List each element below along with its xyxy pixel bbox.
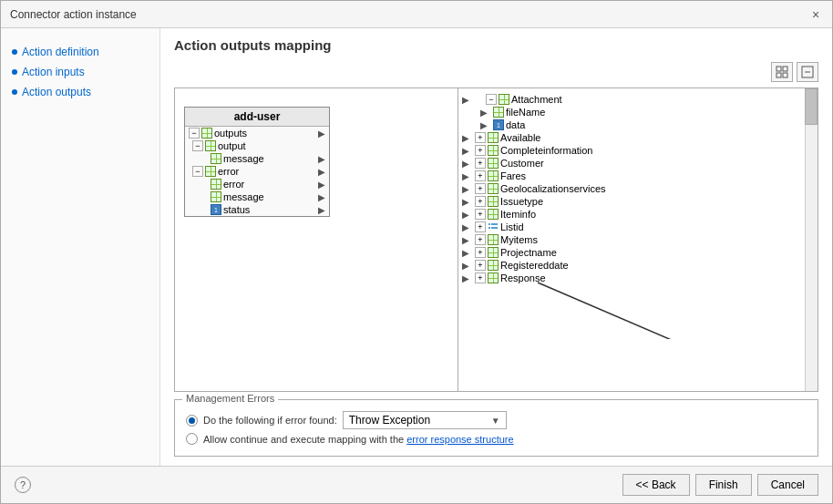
expand-icon[interactable]: + <box>475 158 486 169</box>
dialog-title: Connector action instance <box>10 8 137 21</box>
expand-icon[interactable]: + <box>475 273 486 283</box>
scrollbar-track[interactable] <box>805 88 818 391</box>
footer-left: ? <box>15 477 31 493</box>
arrow-icon: ▶ <box>318 205 325 215</box>
right-arrow-icon: ▶ <box>462 159 471 169</box>
expand-icon[interactable]: + <box>475 170 486 181</box>
expand-icon[interactable]: + <box>475 209 486 220</box>
title-bar: Connector action instance × <box>1 1 832 28</box>
arrow-icon: ▶ <box>318 154 325 164</box>
tree-item: − error ▶ <box>185 165 329 178</box>
expand-all-button[interactable] <box>771 62 793 82</box>
grid-icon <box>488 260 499 271</box>
management-errors-legend: Management Errors <box>182 393 278 404</box>
item-label: fileName <box>506 107 545 118</box>
item-label: status <box>223 204 250 215</box>
item-label: output <box>218 140 246 151</box>
dropdown-row: Do the following if error found: Throw E… <box>203 411 507 429</box>
dropdown-arrow-icon: ▼ <box>491 416 500 426</box>
toolbar <box>174 62 818 82</box>
back-button[interactable]: << Back <box>622 474 690 496</box>
right-tree-item: ▶ + Available <box>458 131 818 144</box>
item-label: data <box>506 119 525 130</box>
right-arrow-icon: ▶ <box>462 261 471 271</box>
item-label: Projectname <box>500 247 557 258</box>
right-arrow-icon: ▶ <box>480 108 489 118</box>
node-title: add-user <box>185 108 329 127</box>
dropdown-value: Throw Exception <box>349 414 430 427</box>
svg-rect-2 <box>776 73 781 77</box>
right-arrow-icon: ▶ <box>462 146 471 156</box>
footer-buttons: << Back Finish Cancel <box>622 474 818 496</box>
expand-icon[interactable]: + <box>475 183 486 194</box>
grid-icon <box>499 94 509 105</box>
grid-icon <box>493 107 504 118</box>
radio-allow-continue[interactable] <box>186 433 198 445</box>
expand-icon[interactable]: + <box>475 221 486 232</box>
arrow-icon: ▶ <box>318 192 325 202</box>
right-tree-item: ▶ + Registereddate <box>458 259 818 272</box>
svg-rect-6 <box>488 223 490 225</box>
tree-item: message ▶ <box>185 152 329 165</box>
right-tree-item-customer: ▶ + Customer <box>458 157 818 170</box>
grid-icon <box>488 183 499 194</box>
finish-button[interactable]: Finish <box>695 474 752 496</box>
grid-icon <box>488 234 499 245</box>
expand-icon[interactable]: + <box>475 234 486 245</box>
grid-icon <box>488 145 499 156</box>
cancel-button[interactable]: Cancel <box>757 474 818 496</box>
error-option-2: Allow continue and execute mapping with … <box>186 433 807 445</box>
item-label: Completeinformation <box>500 145 593 156</box>
item-label: Geolocalizationservices <box>500 183 606 194</box>
sidebar-item-label: Action outputs <box>22 86 91 98</box>
grid-icon <box>205 140 216 151</box>
grid-icon <box>201 128 212 139</box>
radio-throw-exception[interactable] <box>186 415 198 427</box>
expand-icon[interactable]: + <box>475 260 486 271</box>
sidebar-item-action-inputs[interactable]: Action inputs <box>10 62 150 82</box>
node-box: add-user − outputs ▶ − output <box>184 107 330 217</box>
tree-item: − outputs ▶ <box>185 127 329 139</box>
arrow-icon: ▶ <box>318 167 325 177</box>
sidebar-item-label: Action definition <box>22 46 99 58</box>
dialog-body: Action definition Action inputs Action o… <box>1 28 832 466</box>
label-icon: 1 <box>211 204 221 215</box>
expand-icon[interactable]: − <box>192 166 203 177</box>
throw-exception-dropdown[interactable]: Throw Exception ▼ <box>343 411 507 429</box>
right-tree-item: ▶ + Completeinformation <box>458 144 818 157</box>
right-tree-item: ▶ + Myitems <box>458 233 818 246</box>
item-label: Registereddate <box>500 260 569 271</box>
close-button[interactable]: × <box>808 7 823 22</box>
sidebar-item-action-definition[interactable]: Action definition <box>10 42 150 62</box>
expand-icon[interactable]: − <box>189 128 200 139</box>
right-arrow-icon: ▶ <box>462 222 471 232</box>
svg-rect-3 <box>783 73 787 77</box>
right-arrow-icon: ▶ <box>462 133 471 143</box>
right-arrow-icon: ▶ <box>462 95 471 105</box>
right-tree-item: ▶ + Projectname <box>458 246 818 259</box>
dot-icon <box>12 89 17 95</box>
error-response-link[interactable]: error response structure <box>406 434 513 445</box>
expand-icon[interactable]: + <box>475 196 486 207</box>
svg-rect-7 <box>491 223 498 225</box>
expand-icon[interactable]: + <box>475 247 486 258</box>
expand-icon[interactable]: − <box>486 94 497 105</box>
expand-icon[interactable]: + <box>475 132 486 143</box>
tree-item: error ▶ <box>185 178 329 190</box>
item-label: message <box>223 191 264 202</box>
expand-icon[interactable]: + <box>475 145 486 156</box>
grid-icon <box>488 170 499 181</box>
help-button[interactable]: ? <box>15 477 31 493</box>
left-panel: add-user − outputs ▶ − output <box>175 88 458 391</box>
label-icon: 1 <box>493 119 504 130</box>
scrollbar-thumb[interactable] <box>805 88 818 125</box>
right-arrow-icon: ▶ <box>462 171 471 181</box>
collapse-all-button[interactable] <box>797 62 818 82</box>
item-label: outputs <box>214 128 247 139</box>
right-arrow-icon: ▶ <box>462 248 471 258</box>
item-label: Listid <box>500 221 524 232</box>
right-arrow-icon: ▶ <box>462 235 471 245</box>
right-tree-item: ▶ 1 data <box>458 118 818 131</box>
expand-icon[interactable]: − <box>192 140 203 151</box>
sidebar-item-action-outputs[interactable]: Action outputs <box>10 82 150 102</box>
